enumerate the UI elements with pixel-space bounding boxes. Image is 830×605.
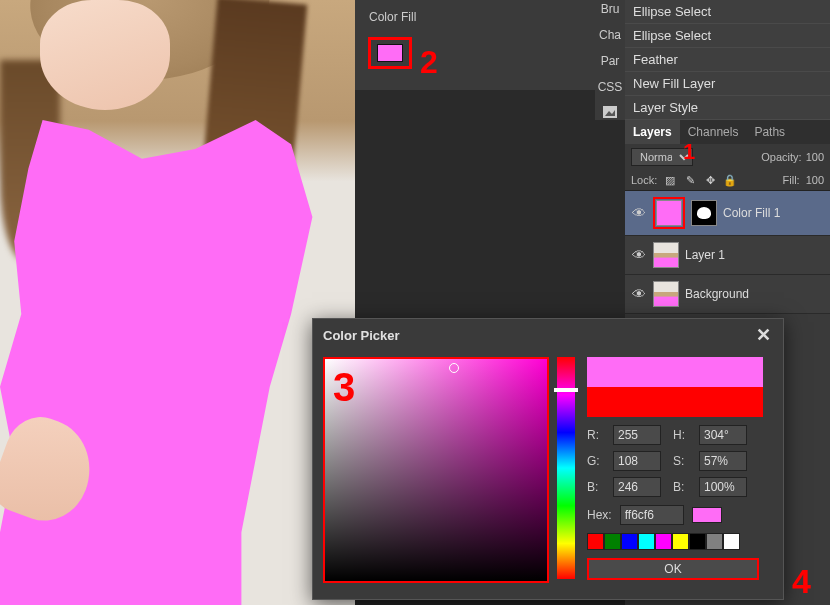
close-icon[interactable]: ✕ [753,325,773,345]
color-info-column: R: H: G: S: B: B: Hex: OK [583,357,773,583]
history-panel: Ellipse Select Ellipse Select Feather Ne… [625,0,830,120]
panel-tab-brushes[interactable]: Bru [601,2,620,16]
history-item[interactable]: New Fill Layer [625,72,830,96]
hex-row: Hex: [587,505,773,525]
layer-thumbnail[interactable] [653,281,679,307]
s-input[interactable] [699,451,747,471]
layer-row-color-fill[interactable]: 👁 Color Fill 1 [625,191,830,236]
b-input[interactable] [613,477,661,497]
hue-cursor-icon [554,388,578,392]
layers-panel-tabs: Layers Channels Paths [625,120,830,144]
opacity-label: Opacity: [761,151,801,163]
brightness-label: B: [673,480,691,494]
palette-swatch[interactable] [587,533,604,550]
annotation-number-1: 1 [683,139,695,165]
visibility-toggle-icon[interactable]: 👁 [631,286,647,302]
dialog-title: Color Picker [323,328,400,343]
history-item[interactable]: Layer Style [625,96,830,120]
sv-cursor-icon [449,363,459,373]
b-label: B: [587,480,605,494]
palette-swatch[interactable] [723,533,740,550]
panel-tab-paragraph[interactable]: Par [601,54,620,68]
ok-button-label: OK [664,562,681,576]
visibility-toggle-icon[interactable]: 👁 [631,205,647,221]
image-icon[interactable] [603,106,617,120]
color-preview [587,357,763,417]
document-canvas[interactable] [0,0,355,605]
layer-name[interactable]: Layer 1 [685,248,725,262]
annotation-number-2: 2 [420,44,438,81]
ok-button[interactable]: OK [587,558,759,580]
fill-label: Fill: [783,174,800,186]
color-values-grid: R: H: G: S: B: B: [587,425,773,497]
layer-name[interactable]: Background [685,287,749,301]
palette-swatch[interactable] [689,533,706,550]
dialog-titlebar[interactable]: Color Picker ✕ [313,319,783,351]
hex-label: Hex: [587,508,612,522]
tab-layers[interactable]: Layers [625,120,680,144]
hue-slider[interactable] [557,357,575,579]
palette-swatch[interactable] [638,533,655,550]
history-item[interactable]: Ellipse Select [625,24,830,48]
layers-lock-row: Lock: ▨ ✎ ✥ 🔒 Fill: 100 [625,170,830,191]
palette-swatch[interactable] [706,533,723,550]
lock-brush-icon[interactable]: ✎ [683,173,697,187]
visibility-toggle-icon[interactable]: 👁 [631,247,647,263]
annotation-number-4: 4 [792,562,811,601]
collapsed-panel-tabs: Bru Cha Par CSS [595,0,625,120]
photo-face [40,0,170,110]
layers-blend-row: Normal 1 Opacity: 100 [625,144,830,170]
color-preview-old[interactable] [587,387,763,417]
r-label: R: [587,428,605,442]
hex-swatch [692,507,722,523]
palette-swatch[interactable] [655,533,672,550]
color-preview-new [587,357,763,387]
h-input[interactable] [699,425,747,445]
s-label: S: [673,454,691,468]
g-label: G: [587,454,605,468]
color-fill-swatch-color [377,44,403,62]
color-picker-dialog: Color Picker ✕ 3 R: H: G: S: B [312,318,784,600]
r-input[interactable] [613,425,661,445]
palette-swatch[interactable] [621,533,638,550]
layer-row-background[interactable]: 👁 Background [625,275,830,314]
g-input[interactable] [613,451,661,471]
panel-tab-css[interactable]: CSS [598,80,623,94]
layer-mask-thumbnail[interactable] [691,200,717,226]
layer-row-layer1[interactable]: 👁 Layer 1 [625,236,830,275]
palette-swatch[interactable] [672,533,689,550]
h-label: H: [673,428,691,442]
palette-swatch[interactable] [604,533,621,550]
history-item[interactable]: Feather [625,48,830,72]
layer-name[interactable]: Color Fill 1 [723,206,780,220]
opacity-value[interactable]: 100 [806,151,824,163]
lock-move-icon[interactable]: ✥ [703,173,717,187]
hex-input[interactable] [620,505,684,525]
color-fill-swatch[interactable] [369,38,411,68]
brightness-input[interactable] [699,477,747,497]
lock-all-icon[interactable]: 🔒 [723,173,737,187]
tab-paths[interactable]: Paths [746,120,793,144]
properties-body [355,90,625,320]
fill-value[interactable]: 100 [806,174,824,186]
saturation-value-field[interactable]: 3 [323,357,549,583]
panel-tab-character[interactable]: Cha [599,28,621,42]
annotation-number-3: 3 [333,365,355,410]
history-item[interactable]: Ellipse Select [625,0,830,24]
layer-thumbnail[interactable] [653,242,679,268]
lock-transparency-icon[interactable]: ▨ [663,173,677,187]
palette-row [587,533,773,550]
layer-thumbnail-fill[interactable] [656,200,682,226]
properties-title: Color Fill [369,10,611,24]
layer-thumbnail-selection [653,197,685,229]
lock-label: Lock: [631,174,657,186]
